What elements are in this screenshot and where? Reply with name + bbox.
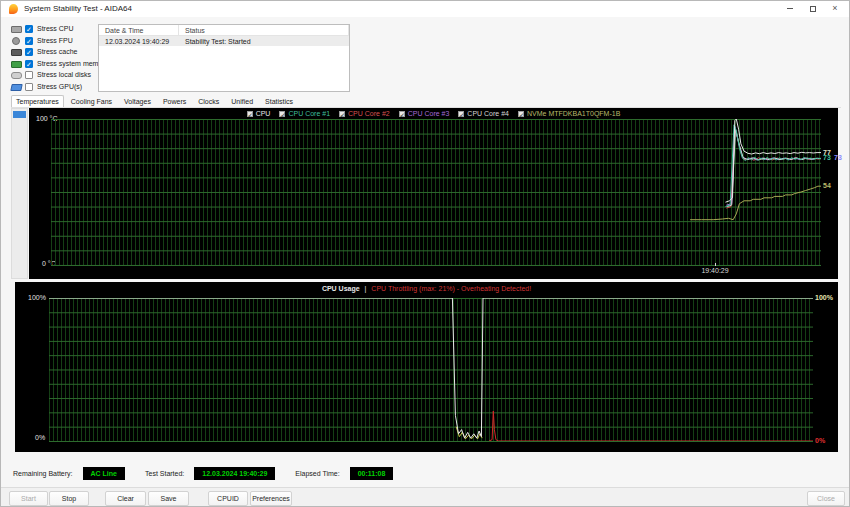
aida64-logo-icon xyxy=(9,4,18,14)
current-value-label: 73 xyxy=(834,154,842,161)
clear-button[interactable]: Clear xyxy=(105,491,146,506)
minimize-icon[interactable] xyxy=(779,1,801,17)
action-bar: Start Stop Clear Save CPUID Preferences … xyxy=(1,487,849,507)
y-axis-max-label: 100% xyxy=(28,294,46,301)
test-started-label: Test Started: xyxy=(145,470,184,477)
stress-gpus-checkbox[interactable]: ✓ xyxy=(25,83,33,91)
system-stability-test-window: System Stability Test - AIDA64 × ✓ Stres… xyxy=(0,0,850,507)
column-header-status[interactable]: Status xyxy=(179,25,349,35)
stability-log-table: Date & Time Status 12.03.2024 19:40:29 S… xyxy=(98,24,350,92)
chart-scrollbar[interactable] xyxy=(11,108,28,279)
y-axis-min-label: 0% xyxy=(35,434,45,441)
tab-unified[interactable]: Unified xyxy=(226,95,258,107)
tab-statistics[interactable]: Statistics xyxy=(260,95,298,107)
memory-icon xyxy=(11,61,22,68)
start-button[interactable]: Start xyxy=(9,491,48,506)
stress-option-cpu[interactable]: ✓ Stress CPU xyxy=(11,24,99,35)
legend-item-cpu-core-2[interactable]: ✓CPU Core #2 xyxy=(339,110,390,117)
legend-item-nvme[interactable]: ✓NVMe MTFDKBA1T0QFM-1B xyxy=(518,110,620,117)
log-datetime: 12.03.2024 19:40:29 xyxy=(99,36,179,46)
stop-button[interactable]: Stop xyxy=(49,491,89,506)
elapsed-time-value: 00:11:08 xyxy=(350,467,394,480)
disk-icon xyxy=(11,72,22,79)
x-axis-tick xyxy=(715,263,716,266)
legend-item-cpu[interactable]: ✓CPU xyxy=(247,110,271,117)
stress-disks-checkbox[interactable]: ✓ xyxy=(25,71,33,79)
battery-value: AC Line xyxy=(83,467,125,480)
temperature-chart: ✓CPU ✓CPU Core #1 ✓CPU Core #2 ✓CPU Core… xyxy=(29,108,838,279)
tab-cooling-fans[interactable]: Cooling Fans xyxy=(66,95,117,107)
stress-option-label: Stress GPU(s) xyxy=(37,83,82,90)
stress-option-local-disks[interactable]: ✓ Stress local disks xyxy=(11,70,99,81)
cpu-icon xyxy=(11,26,22,33)
current-value-label: 100% xyxy=(815,294,833,301)
cpu-usage-plot-area xyxy=(49,298,813,442)
legend-checkbox-icon[interactable]: ✓ xyxy=(518,111,524,117)
throttling-warning-label: CPU Throttling (max: 21%) - Overheating … xyxy=(371,285,531,292)
stress-option-system-memory[interactable]: ✓ Stress system memory xyxy=(11,59,99,70)
close-window-icon[interactable]: × xyxy=(824,1,846,17)
column-header-datetime[interactable]: Date & Time xyxy=(99,25,179,35)
cpu-usage-label: CPU Usage xyxy=(322,285,360,292)
status-bar: Remaining Battery: AC Line Test Started:… xyxy=(1,461,849,486)
stress-option-fpu[interactable]: ✓ Stress FPU xyxy=(11,36,99,47)
stress-option-label: Stress CPU xyxy=(37,25,74,32)
close-button[interactable]: Close xyxy=(807,491,845,506)
tab-voltages[interactable]: Voltages xyxy=(119,95,156,107)
test-started-value: 12.03.2024 19:40:29 xyxy=(194,467,275,480)
scrollbar-thumb[interactable] xyxy=(13,111,26,118)
cache-icon xyxy=(11,49,22,56)
temperature-plot-area xyxy=(51,119,821,266)
title-separator: | xyxy=(365,285,367,292)
stress-cache-checkbox[interactable]: ✓ xyxy=(25,48,33,56)
legend-checkbox-icon[interactable]: ✓ xyxy=(399,111,405,117)
battery-label: Remaining Battery: xyxy=(13,470,73,477)
titlebar: System Stability Test - AIDA64 × xyxy=(1,1,849,17)
stress-option-label: Stress local disks xyxy=(37,71,91,78)
stress-options-panel: ✓ Stress CPU ✓ Stress FPU ✓ Stress cache… xyxy=(11,24,99,94)
cpu-usage-title: CPU Usage | CPU Throttling (max: 21%) - … xyxy=(15,285,838,292)
current-value-label: 73 xyxy=(823,154,831,161)
stress-fpu-checkbox[interactable]: ✓ xyxy=(25,37,33,45)
stress-option-label: Stress cache xyxy=(37,48,77,55)
legend-checkbox-icon[interactable]: ✓ xyxy=(458,111,464,117)
x-axis-time-label: 19:40:29 xyxy=(695,267,735,274)
elapsed-time-label: Elapsed Time: xyxy=(295,470,339,477)
legend-checkbox-icon[interactable]: ✓ xyxy=(279,111,285,117)
current-value-label: 0% xyxy=(815,437,825,444)
tab-temperatures[interactable]: Temperatures xyxy=(11,95,64,107)
chart-tabs: Temperatures Cooling Fans Voltages Power… xyxy=(11,93,841,108)
legend-item-cpu-core-1[interactable]: ✓CPU Core #1 xyxy=(279,110,330,117)
fpu-icon xyxy=(12,37,20,45)
tab-clocks[interactable]: Clocks xyxy=(193,95,224,107)
stress-option-cache[interactable]: ✓ Stress cache xyxy=(11,47,99,58)
table-row[interactable]: 12.03.2024 19:40:29 Stability Test: Star… xyxy=(99,36,349,46)
gpu-icon xyxy=(10,84,22,91)
maximize-icon[interactable] xyxy=(802,1,824,17)
cpuid-button[interactable]: CPUID xyxy=(208,491,248,506)
current-value-label: 54 xyxy=(823,182,831,189)
stress-option-label: Stress FPU xyxy=(37,37,73,44)
stress-option-gpus[interactable]: ✓ Stress GPU(s) xyxy=(11,82,99,93)
table-header: Date & Time Status xyxy=(99,25,349,36)
temperature-legend: ✓CPU ✓CPU Core #1 ✓CPU Core #2 ✓CPU Core… xyxy=(29,110,838,117)
legend-item-cpu-core-3[interactable]: ✓CPU Core #3 xyxy=(399,110,450,117)
stress-cpu-checkbox[interactable]: ✓ xyxy=(25,25,33,33)
cpu-usage-chart: CPU Usage | CPU Throttling (max: 21%) - … xyxy=(15,282,838,452)
log-status: Stability Test: Started xyxy=(179,36,349,46)
preferences-button[interactable]: Preferences xyxy=(250,491,292,506)
legend-item-cpu-core-4[interactable]: ✓CPU Core #4 xyxy=(458,110,509,117)
tab-powers[interactable]: Powers xyxy=(158,95,191,107)
save-button[interactable]: Save xyxy=(148,491,189,506)
window-title: System Stability Test - AIDA64 xyxy=(24,4,132,13)
legend-checkbox-icon[interactable]: ✓ xyxy=(339,111,345,117)
stress-memory-checkbox[interactable]: ✓ xyxy=(25,60,33,68)
legend-checkbox-icon[interactable]: ✓ xyxy=(247,111,253,117)
